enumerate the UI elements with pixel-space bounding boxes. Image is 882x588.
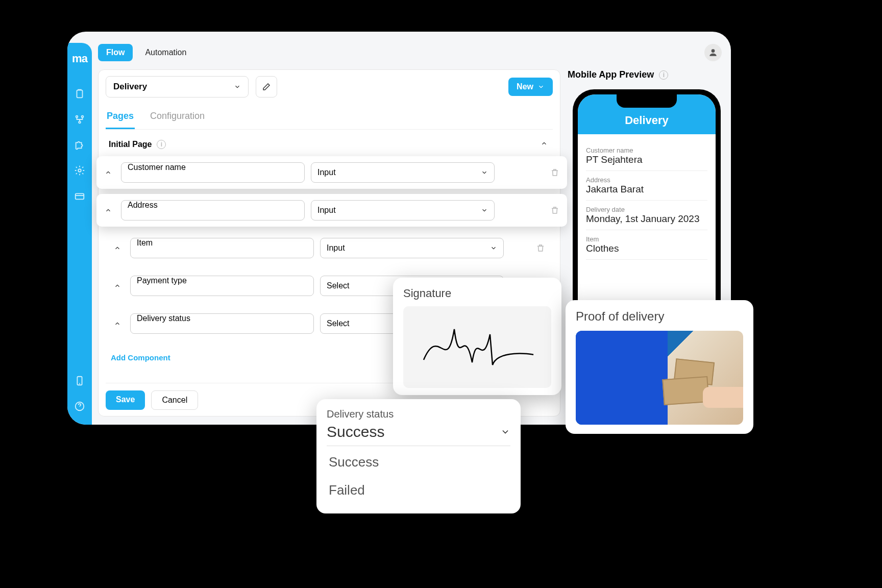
preview-field-label: Item [586,235,707,243]
signature-card: Signature [393,278,561,395]
chevron-down-icon [490,244,497,252]
editor-header: Delivery New [106,76,553,97]
gear-icon[interactable] [72,163,87,178]
field-row: Address Input [96,194,567,227]
trash-icon[interactable] [548,165,562,180]
proof-of-delivery-card: Proof of delivery [566,300,753,434]
mobile-icon[interactable] [72,374,87,388]
proof-image [576,331,743,425]
chevron-up-icon[interactable] [102,204,115,217]
chevron-up-icon[interactable] [111,317,124,330]
proof-title: Proof of delivery [576,309,743,324]
svg-point-1 [76,116,78,118]
chevron-up-icon[interactable] [102,166,115,179]
field-type-select[interactable]: Input [311,200,495,220]
signature-icon [419,314,536,380]
help-icon[interactable] [72,399,87,413]
trash-icon[interactable] [533,241,548,255]
status-label: Delivery status [327,408,510,420]
subtab-pages[interactable]: Pages [106,107,135,129]
puzzle-icon[interactable] [72,138,87,152]
cancel-button[interactable]: Cancel [151,390,198,410]
field-type-select[interactable]: Input [311,162,495,183]
user-avatar[interactable] [704,44,722,61]
chevron-down-icon [481,207,488,214]
flow-name: Delivery [113,82,147,92]
field-name-input[interactable]: Item [130,238,314,258]
field-row: Customer name Input [96,156,567,189]
chevron-down-icon [481,169,488,176]
field-name-input[interactable]: Payment type [130,276,314,296]
svg-rect-5 [76,193,84,199]
preview-title: Mobile App Preview i [568,69,731,80]
phone-notch [617,94,677,108]
new-button[interactable]: New [508,78,553,96]
signature-pad[interactable] [403,306,551,388]
collapse-section-button[interactable] [541,140,548,149]
svg-point-2 [82,116,84,118]
delivery-status-card: Delivery status Success Success Failed [316,399,521,513]
signature-title: Signature [403,287,551,300]
chevron-down-icon [234,83,241,90]
field-type-select[interactable]: Input [320,238,504,258]
phone-body: Customer name PT Sejahtera Address Jakar… [578,134,716,267]
chevron-down-icon [537,83,545,90]
status-selected[interactable]: Success [327,423,510,446]
tab-flow[interactable]: Flow [98,44,133,61]
topbar: Flow Automation [98,41,722,64]
status-option[interactable]: Success [327,448,510,476]
subtab-configuration[interactable]: Configuration [149,107,206,129]
svg-rect-0 [77,90,83,98]
editor-subtabs: Pages Configuration [106,107,553,130]
svg-point-4 [78,169,81,172]
field-name-input[interactable]: Delivery status [130,313,314,334]
preview-field-label: Delivery date [586,206,707,213]
sidebar: ma [67,43,92,425]
info-icon[interactable]: i [659,70,668,80]
section-header: Initial Page i [106,137,553,156]
field-name-input[interactable]: Address [121,200,305,220]
app-logo: ma [70,52,89,65]
flow-select[interactable]: Delivery [106,76,249,97]
workflow-icon[interactable] [72,112,87,127]
preview-field-value: Jakarta Barat [586,184,707,201]
trash-icon[interactable] [548,203,562,217]
status-option[interactable]: Failed [327,476,510,504]
card-icon[interactable] [72,189,87,203]
preview-field-label: Address [586,176,707,184]
clipboard-icon[interactable] [72,87,87,101]
preview-field-value: Monday, 1st January 2023 [586,213,707,230]
field-name-input[interactable]: Customer name [121,162,305,183]
preview-field-label: Customer name [586,146,707,154]
edit-flow-button[interactable] [256,76,277,97]
save-button[interactable]: Save [106,390,145,410]
svg-point-3 [79,121,81,124]
section-title: Initial Page [109,140,152,149]
preview-field-value: Clothes [586,243,707,260]
field-row: Item Input [106,232,553,264]
chevron-down-icon [500,427,510,437]
receiving-hand [703,387,743,407]
preview-field-value: PT Sejahtera [586,154,707,171]
delivery-person [576,331,668,425]
info-icon[interactable]: i [157,140,166,149]
svg-point-8 [712,49,715,53]
chevron-up-icon[interactable] [111,241,124,255]
tab-automation[interactable]: Automation [137,44,194,61]
chevron-up-icon[interactable] [111,279,124,292]
